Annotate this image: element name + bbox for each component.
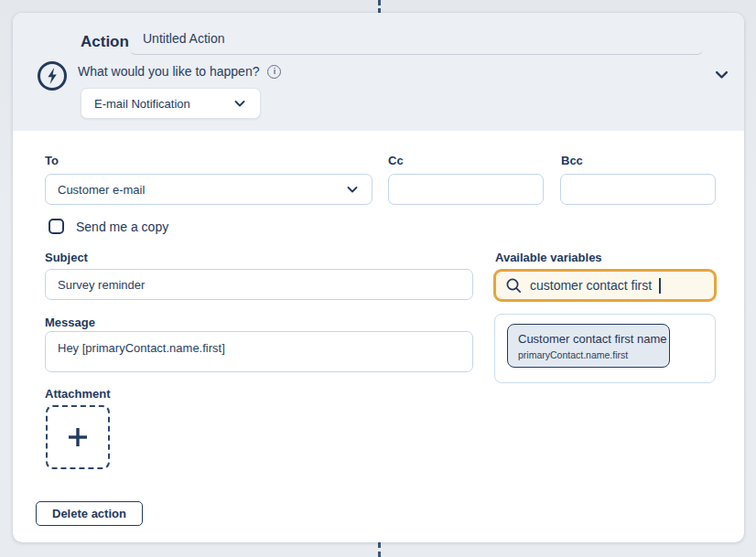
message-value: Hey [primaryContact.name.first] [58, 341, 225, 355]
action-question-label: What would you like to happen? [78, 64, 259, 79]
send-copy-row: Send me a copy [49, 219, 168, 234]
send-copy-checkbox[interactable] [49, 219, 64, 234]
info-icon[interactable]: i [267, 65, 281, 79]
workflow-canvas: { "header": { "title": "Action", "name_v… [0, 0, 756, 557]
bcc-input[interactable] [560, 174, 716, 205]
chevron-down-icon [232, 96, 247, 111]
to-selected-value: Customer e-mail [58, 183, 145, 197]
delete-action-button[interactable]: Delete action [36, 501, 143, 526]
variables-panel: Customer contact first name primaryConta… [494, 314, 716, 383]
message-input[interactable]: Hey [primaryContact.name.first] [45, 331, 473, 372]
action-type-selected-value: E-mail Notification [94, 97, 190, 111]
action-type-select[interactable]: E-mail Notification [81, 88, 261, 119]
variable-chip-name: Customer contact first name [518, 332, 659, 346]
chevron-down-icon [713, 66, 730, 83]
chevron-down-icon [345, 182, 360, 197]
action-name-input[interactable] [130, 27, 703, 55]
cc-input[interactable] [388, 174, 544, 205]
collapse-card-button[interactable] [711, 64, 731, 84]
variables-search-input[interactable]: customer contact first [493, 269, 717, 302]
action-card: Action What would you like to happen? i … [13, 13, 744, 542]
bcc-label: Bcc [561, 154, 583, 167]
variables-search-value: customer contact first [530, 278, 652, 293]
subject-label: Subject [45, 251, 88, 264]
variable-chip-token: primaryContact.name.first [518, 349, 659, 360]
available-variables-label: Available variables [495, 251, 602, 264]
action-question-row: What would you like to happen? i [78, 63, 281, 80]
to-label: To [45, 154, 59, 167]
subject-input[interactable] [45, 269, 473, 300]
cc-label: Cc [388, 154, 404, 167]
action-card-header: Action What would you like to happen? i … [13, 13, 744, 131]
add-attachment-button[interactable] [46, 405, 110, 469]
action-card-body: To Customer e-mail Cc Bcc Send me a copy… [13, 131, 744, 542]
send-copy-label: Send me a copy [76, 220, 168, 234]
search-icon [505, 277, 523, 295]
flow-connector-bottom [378, 542, 381, 557]
text-cursor [659, 278, 661, 294]
plus-icon [65, 424, 91, 450]
variable-chip[interactable]: Customer contact first name primaryConta… [507, 324, 670, 368]
flow-connector-top [378, 0, 381, 14]
to-select[interactable]: Customer e-mail [45, 174, 373, 205]
attachment-label: Attachment [45, 387, 111, 401]
lightning-bolt-icon [38, 61, 67, 91]
message-label: Message [45, 316, 95, 329]
page-title: Action [81, 33, 129, 51]
